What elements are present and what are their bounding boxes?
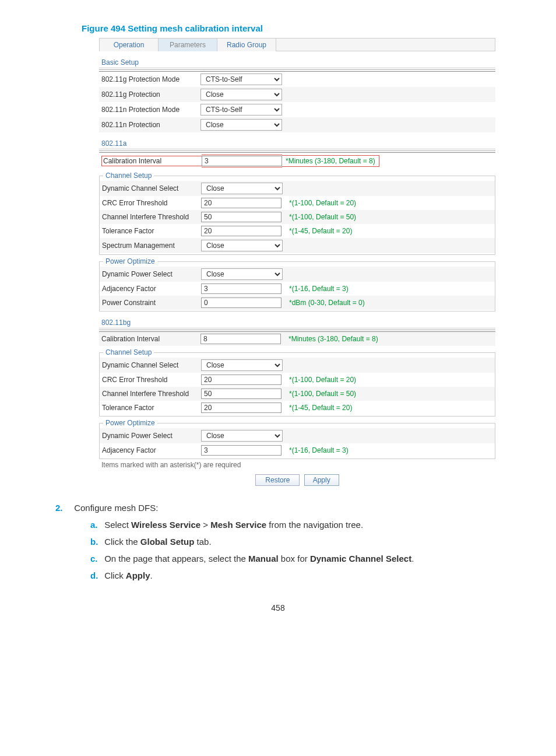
af-bg-hint: *(1-16, Default = 3) xyxy=(289,446,349,454)
button-row: Restore Apply xyxy=(99,474,495,486)
apply-button[interactable]: Apply xyxy=(304,474,339,486)
crc-bg-label: CRC Error Threshold xyxy=(102,376,201,384)
ci-a-input[interactable] xyxy=(201,212,281,222)
calibration-interval-a-row: Calibration Interval *Minutes (3-180, De… xyxy=(99,153,495,169)
crc-bg-hint: *(1-100, Default = 20) xyxy=(289,376,356,384)
step-d-b1: Apply xyxy=(126,570,150,580)
tf-a-hint: *(1-45, Default = 20) xyxy=(289,227,352,235)
step-a-marker: a. xyxy=(90,517,102,533)
g-prot-mode-select[interactable]: CTS-to-Self xyxy=(200,74,282,85)
step-2-text: Configure mesh DFS: xyxy=(74,503,158,513)
power-optimize-a-group: Power Optimize Dynamic Power Select Clos… xyxy=(99,257,495,312)
crc-a-hint: *(1-100, Default = 20) xyxy=(289,199,356,207)
calibration-interval-a-label: Calibration Interval xyxy=(101,156,202,166)
calibration-interval-bg-input[interactable] xyxy=(200,334,281,344)
tf-bg-input[interactable] xyxy=(201,402,281,413)
restore-button[interactable]: Restore xyxy=(255,474,300,486)
section-802-11a-header: 802.11a xyxy=(99,132,495,149)
af-a-input[interactable] xyxy=(201,284,281,294)
n-prot-label: 802.11n Protection xyxy=(101,121,200,129)
ci-a-hint: *(1-100, Default = 50) xyxy=(289,213,356,221)
ci-bg-label: Channel Interfere Threshold xyxy=(102,390,201,398)
settings-panel: Operation Parameters Radio Group Basic S… xyxy=(99,38,495,486)
step-c-b2: Dynamic Channel Select xyxy=(310,554,411,564)
step-2-marker: 2. xyxy=(55,500,72,516)
step-c-p1: On the page that appears, select the xyxy=(104,554,248,564)
dps-a-label: Dynamic Power Select xyxy=(102,270,201,278)
dps-bg-label: Dynamic Power Select xyxy=(102,432,201,440)
power-optimize-a-legend: Power Optimize xyxy=(103,257,157,265)
step-d-p1: Click xyxy=(104,570,126,580)
af-a-label: Adjacency Factor xyxy=(102,285,201,293)
step-a-b2: Mesh Service xyxy=(210,520,266,530)
tab-bar: Operation Parameters Radio Group xyxy=(99,38,495,51)
pc-a-label: Power Constraint xyxy=(102,299,201,307)
instructions-block: 2. Configure mesh DFS: a. Select Wireles… xyxy=(55,500,556,583)
step-d-marker: d. xyxy=(90,568,102,583)
step-b-marker: b. xyxy=(90,534,102,550)
required-footnote: Items marked with an asterisk(*) are req… xyxy=(99,459,495,471)
calibration-interval-bg-hint: *Minutes (3-180, Default = 8) xyxy=(288,335,378,343)
crc-a-input[interactable] xyxy=(201,198,281,208)
step-b-p1: Click the xyxy=(104,537,140,547)
step-a-b1: Wireless Service xyxy=(131,520,200,530)
step-c-p2: box for xyxy=(279,554,310,564)
n-prot-mode-select[interactable]: CTS-to-Self xyxy=(200,104,282,116)
ci-bg-input[interactable] xyxy=(201,388,281,399)
dcs-bg-select[interactable]: Close xyxy=(201,359,283,371)
step-a-p1: Select xyxy=(104,520,131,530)
dcs-a-select[interactable]: Close xyxy=(201,183,283,194)
tab-radio-group[interactable]: Radio Group xyxy=(217,38,276,51)
dcs-bg-label: Dynamic Channel Select xyxy=(102,361,201,369)
section-802-11bg-header: 802.11bg xyxy=(99,312,495,328)
n-prot-mode-label: 802.11n Protection Mode xyxy=(101,106,200,114)
channel-setup-bg-legend: Channel Setup xyxy=(103,348,154,356)
calibration-interval-a-input[interactable] xyxy=(202,156,282,166)
calibration-interval-a-hint: *Minutes (3-180, Default = 8) xyxy=(282,155,379,167)
tf-a-input[interactable] xyxy=(201,226,281,236)
g-prot-mode-label: 802.11g Protection Mode xyxy=(101,75,200,83)
af-bg-label: Adjacency Factor xyxy=(102,446,201,454)
page-number: 458 xyxy=(0,603,556,612)
tf-bg-hint: *(1-45, Default = 20) xyxy=(289,404,352,412)
channel-setup-a-group: Channel Setup Dynamic Channel Select Clo… xyxy=(99,172,495,255)
figure-title: Figure 494 Setting mesh calibration inte… xyxy=(82,23,556,33)
step-b-p2: tab. xyxy=(194,537,211,547)
ci-bg-hint: *(1-100, Default = 50) xyxy=(289,390,356,398)
af-bg-input[interactable] xyxy=(201,445,281,456)
channel-setup-bg-group: Channel Setup Dynamic Channel Select Clo… xyxy=(99,348,495,416)
tab-parameters[interactable]: Parameters xyxy=(159,38,217,51)
step-c-p3: . xyxy=(411,554,414,564)
n-prot-select[interactable]: Close xyxy=(200,119,282,131)
pc-a-hint: *dBm (0-30, Default = 0) xyxy=(289,299,365,307)
af-a-hint: *(1-16, Default = 3) xyxy=(289,285,349,293)
dps-a-select[interactable]: Close xyxy=(201,268,283,280)
step-c-b1: Manual xyxy=(248,554,279,564)
crc-bg-input[interactable] xyxy=(201,374,281,385)
tab-operation[interactable]: Operation xyxy=(100,38,159,51)
tf-bg-label: Tolerance Factor xyxy=(102,404,201,412)
step-a-p2: > xyxy=(200,520,210,530)
step-b-b1: Global Setup xyxy=(140,537,195,547)
step-d-p2: . xyxy=(150,570,153,580)
pc-a-input[interactable] xyxy=(201,298,281,308)
power-optimize-bg-group: Power Optimize Dynamic Power Select Clos… xyxy=(99,419,495,459)
tf-a-label: Tolerance Factor xyxy=(102,227,201,235)
sm-a-select[interactable]: Close xyxy=(201,240,283,251)
g-prot-select[interactable]: Close xyxy=(200,89,282,100)
dps-bg-select[interactable]: Close xyxy=(201,430,283,442)
step-a-p3: from the navigation tree. xyxy=(266,520,363,530)
crc-a-label: CRC Error Threshold xyxy=(102,199,201,207)
channel-setup-a-legend: Channel Setup xyxy=(103,172,154,180)
g-prot-label: 802.11g Protection xyxy=(101,90,200,99)
ci-a-label: Channel Interfere Threshold xyxy=(102,213,201,221)
power-optimize-bg-legend: Power Optimize xyxy=(103,419,157,427)
dcs-a-label: Dynamic Channel Select xyxy=(102,184,201,192)
basic-setup-header: Basic Setup xyxy=(99,51,495,68)
calibration-interval-bg-label: Calibration Interval xyxy=(101,335,200,343)
tab-filler xyxy=(276,38,495,51)
sm-a-label: Spectrum Management xyxy=(102,242,201,250)
step-c-marker: c. xyxy=(90,551,102,566)
